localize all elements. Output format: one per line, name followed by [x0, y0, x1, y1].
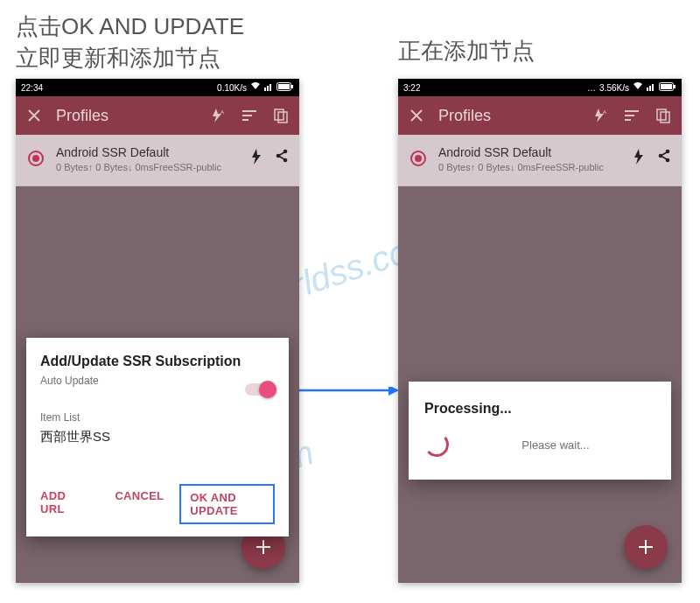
auto-update-switch[interactable] — [245, 383, 275, 396]
cancel-button[interactable]: CANCEL — [115, 489, 164, 524]
subscription-item[interactable]: 西部世界SS — [40, 429, 275, 445]
add-url-button[interactable]: ADD URL — [40, 489, 80, 524]
dialog-actions: ADD URL CANCEL OK AND UPDATE — [40, 482, 275, 528]
dialog-title: Add/Update SSR Subscription — [40, 354, 275, 369]
caption-left-l2: 立即更新和添加节点 — [16, 42, 244, 74]
please-wait-label: Please wait... — [456, 438, 655, 452]
dialog-scrim[interactable] — [398, 79, 682, 583]
spinner-icon — [424, 431, 450, 458]
item-list-label: Item List — [40, 411, 275, 424]
caption-left: 点击OK AND UPDATE 立即更新和添加节点 — [16, 11, 244, 74]
arrow-line — [292, 387, 406, 501]
caption-right: 正在添加节点 — [398, 35, 535, 67]
dialog-subscription: Add/Update SSR Subscription Auto Update … — [26, 338, 289, 536]
phone-right: 3:22 … 3.56K/s Profiles A — [398, 79, 682, 583]
phone-left: 22:34 0.10K/s Profiles A — [16, 79, 299, 583]
processing-title: Processing... — [424, 401, 655, 417]
dialog-processing: Processing... Please wait... — [409, 382, 671, 480]
caption-left-l1: 点击OK AND UPDATE — [16, 11, 244, 42]
ok-and-update-button[interactable]: OK AND UPDATE — [179, 484, 275, 524]
